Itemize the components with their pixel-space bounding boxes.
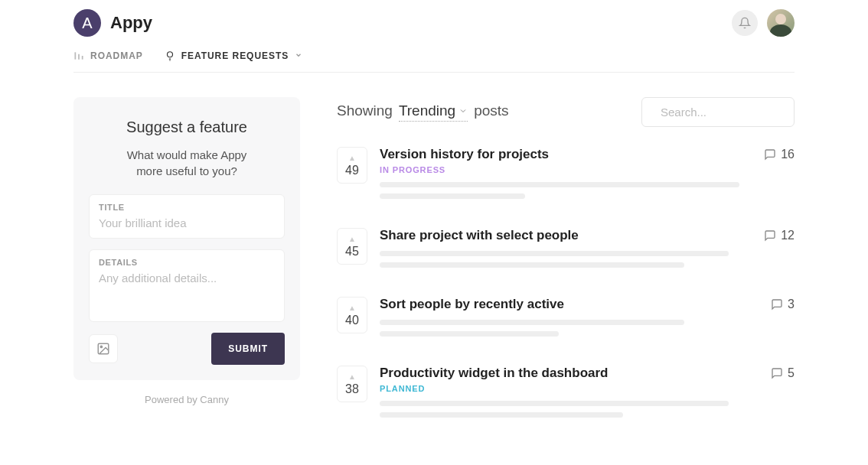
sort-select[interactable]: Trending: [399, 102, 468, 122]
posts-label: posts: [474, 102, 508, 119]
vote-button[interactable]: ▲49: [337, 147, 367, 184]
nav-roadmap[interactable]: ROADMAP: [73, 50, 143, 61]
comment-icon: [771, 367, 783, 379]
comment-icon: [764, 148, 776, 161]
image-icon: [96, 342, 110, 356]
comments-link[interactable]: 3: [771, 298, 795, 311]
post-excerpt-placeholder: [380, 320, 795, 337]
post-item: ▲40Sort people by recently active3: [337, 297, 795, 343]
lightbulb-icon: [165, 50, 175, 61]
vote-button[interactable]: ▲38: [337, 366, 367, 402]
post-title[interactable]: Share project with select people: [380, 228, 579, 243]
chevron-down-icon: [458, 106, 468, 115]
comment-count: 12: [781, 229, 795, 242]
notifications-button[interactable]: [732, 10, 758, 36]
brand[interactable]: A Appy: [73, 9, 152, 37]
status-tag: PLANNED: [380, 384, 795, 393]
upvote-icon: ▲: [348, 304, 356, 312]
post-excerpt-placeholder: [380, 401, 795, 418]
post-item: ▲49Version history for projects16IN PROG…: [337, 147, 795, 205]
comment-icon: [771, 298, 783, 311]
bell-icon: [739, 17, 751, 29]
vote-count: 45: [345, 245, 359, 259]
submit-button[interactable]: SUBMIT: [211, 333, 285, 365]
comment-count: 3: [788, 298, 795, 311]
main-nav: ROADMAP FEATURE REQUESTS: [73, 50, 795, 73]
roadmap-icon: [73, 50, 84, 61]
post-title[interactable]: Version history for projects: [380, 147, 549, 162]
vote-button[interactable]: ▲40: [337, 297, 367, 333]
vote-button[interactable]: ▲45: [337, 228, 367, 265]
showing-group: Showing Trending posts: [337, 102, 509, 122]
vote-count: 38: [345, 382, 359, 396]
svg-point-3: [167, 52, 172, 57]
comment-count: 16: [781, 148, 795, 161]
upvote-icon: ▲: [348, 372, 356, 381]
suggest-subheading: What would make Appy more useful to you?: [89, 147, 285, 179]
post-excerpt-placeholder: [380, 251, 795, 268]
showing-label: Showing: [337, 102, 393, 119]
comments-link[interactable]: 12: [764, 229, 795, 242]
post-title[interactable]: Productivity widget in the dashboard: [380, 366, 608, 381]
post-item: ▲45Share project with select people12: [337, 228, 795, 274]
upvote-icon: ▲: [348, 154, 356, 162]
search-box[interactable]: [641, 97, 795, 127]
nav-feature-requests-label: FEATURE REQUESTS: [181, 50, 289, 61]
upvote-icon: ▲: [348, 235, 356, 243]
nav-feature-requests[interactable]: FEATURE REQUESTS: [165, 50, 302, 61]
vote-count: 40: [345, 314, 359, 327]
details-label: DETAILS: [99, 258, 275, 267]
vote-count: 49: [345, 164, 359, 177]
nav-roadmap-label: ROADMAP: [90, 50, 143, 61]
user-avatar[interactable]: [767, 9, 795, 37]
comments-link[interactable]: 5: [771, 366, 795, 380]
status-tag: IN PROGRESS: [380, 165, 795, 174]
chevron-down-icon: [295, 50, 302, 61]
comment-icon: [764, 229, 776, 242]
brand-name: Appy: [110, 13, 152, 33]
title-label: TITLE: [99, 203, 275, 212]
attach-image-button[interactable]: [89, 334, 118, 363]
details-input[interactable]: [99, 272, 275, 311]
post-title[interactable]: Sort people by recently active: [380, 297, 564, 312]
post-excerpt-placeholder: [380, 182, 795, 199]
powered-by[interactable]: Powered by Canny: [73, 394, 300, 405]
suggest-feature-card: Suggest a feature What would make Appy m…: [73, 97, 300, 380]
comments-link[interactable]: 16: [764, 148, 795, 161]
suggest-heading: Suggest a feature: [89, 119, 285, 136]
comment-count: 5: [788, 366, 795, 380]
post-item: ▲38Productivity widget in the dashboard5…: [337, 366, 795, 424]
search-input[interactable]: [661, 106, 806, 119]
title-input[interactable]: [99, 216, 275, 229]
brand-logo: A: [73, 9, 101, 37]
svg-point-7: [100, 346, 102, 347]
